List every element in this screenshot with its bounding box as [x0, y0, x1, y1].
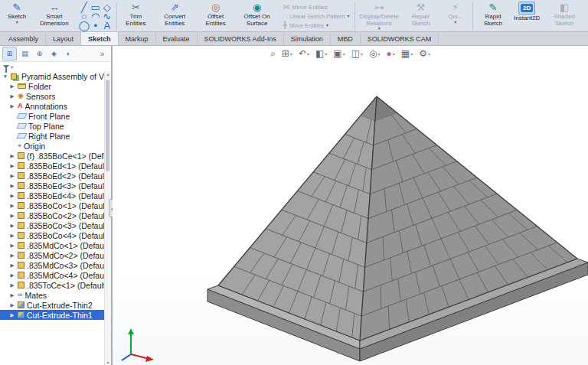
convert-entities-button[interactable]: ⇗Convert Entities — [154, 1, 195, 31]
tab-solidworks-add-ins[interactable]: SOLIDWORKS Add-Ins — [198, 32, 284, 45]
dropdown-arrow-icon[interactable]: ▾ — [454, 20, 456, 24]
tree-item-835boed-1-default-de[interactable]: ▶.835BoEd<1> (Default) <<De — [0, 161, 105, 171]
polygon-tool-button[interactable]: ◇ — [102, 3, 113, 11]
panel-flyout-icon[interactable]: » — [96, 47, 109, 60]
line-tool-button[interactable]: ╱ — [79, 3, 90, 11]
tree-item-cut-extrude-thin2[interactable]: ▶Cut-Extrude-Thin2 — [0, 300, 105, 310]
tree-item-top-plane[interactable]: Top Plane — [0, 121, 105, 131]
dropdown-arrow-icon[interactable]: ▾ — [378, 51, 381, 57]
tree-item-folder[interactable]: ▶Folder — [0, 81, 105, 91]
expander-icon[interactable]: ▶ — [9, 262, 15, 269]
zoom-fit-button[interactable]: ⌕ — [269, 48, 277, 59]
tree-item-835boco-4-default-de[interactable]: ▶.835BoCo<4> (Default) <<De — [0, 230, 105, 240]
tree-item-835boco-1-default-de[interactable]: ▶.835BoCo<1> (Default) <<De — [0, 200, 105, 210]
smart-dimension-button[interactable]: ↔Smart Dimension — [33, 1, 76, 31]
filter-dropdown-icon[interactable]: ▾ — [11, 64, 13, 70]
tree-item-right-plane[interactable]: Right Plane — [0, 131, 105, 141]
expander-icon[interactable]: ▶ — [9, 292, 15, 298]
expander-icon[interactable]: ▶ — [9, 302, 15, 308]
view-settings-button[interactable]: ⚙▾ — [417, 48, 432, 59]
dropdown-arrow-icon[interactable]: ▾ — [290, 51, 292, 57]
dropdown-arrow-icon[interactable]: ▾ — [347, 14, 349, 18]
dropdown-arrow-icon[interactable]: ▾ — [15, 20, 18, 24]
expander-icon[interactable]: ▶ — [9, 163, 15, 169]
scroll-up-icon[interactable]: ▲ — [105, 71, 111, 78]
rectangle-tool-button[interactable]: ▭ — [90, 3, 101, 11]
expander-icon[interactable]: ▶ — [9, 233, 15, 239]
dropdown-arrow-icon[interactable]: ▾ — [326, 23, 328, 28]
point-tool-button[interactable]: • — [90, 21, 101, 30]
apply-scene-button[interactable]: ▦▾ — [400, 48, 414, 59]
tree-item-835mdco-4-default-d[interactable]: ▶.835MdCo<4> (Default) <<D — [0, 270, 105, 280]
tree-item-835toce-1-default-de[interactable]: ▶.835ToCe<1> (Default) <<De — [0, 280, 105, 290]
displaymanager-tab-icon[interactable]: ◐ — [62, 47, 75, 60]
expander-icon[interactable]: ▶ — [9, 183, 15, 189]
tab-mbd[interactable]: MBD — [331, 32, 361, 45]
expander-icon[interactable]: ▶ — [9, 83, 15, 90]
tree-item-f-835boce-1-default[interactable]: ▶(f) .835BoCe<1> (Default) << — [0, 151, 105, 161]
offset-entities-button[interactable]: ◎Offset Entities — [197, 1, 234, 31]
expander-icon[interactable]: ▶ — [9, 93, 15, 99]
expander-icon[interactable]: ▶ — [9, 153, 15, 159]
graphics-viewport[interactable]: ⌕⊞▾↶▾◧▾▣▾◫▾◎▾●▾▦▾⚙▾ — [113, 46, 588, 365]
trim-entities-button[interactable]: ✂Trim Entities — [119, 1, 152, 31]
tab-simulation[interactable]: Simulation — [284, 32, 331, 45]
expander-icon[interactable]: ▶ — [9, 282, 15, 288]
tree-item-835mdco-3-default-d[interactable]: ▶.835MdCo<3> (Default) <<D — [0, 260, 105, 270]
configurationmanager-tab-icon[interactable]: ⊕ — [33, 47, 46, 60]
expander-icon[interactable]: ▶ — [9, 213, 15, 219]
tree-item-835boco-2-default-de[interactable]: ▶.835BoCo<2> (Default) <<De — [0, 210, 105, 220]
display-delete-relations-button[interactable]: ⊶Display/Delete Relations▾ — [358, 1, 400, 31]
dropdown-arrow-icon[interactable]: ▾ — [307, 51, 309, 57]
rapid-sketch-button[interactable]: ✎Rapid Sketch — [475, 1, 511, 31]
dropdown-arrow-icon[interactable]: ▾ — [393, 51, 395, 57]
tree-item-cut-extrude-thin1[interactable]: ▶Cut-Extrude-Thin1 — [0, 310, 105, 320]
tree-item-annotations[interactable]: ▶AAnnotations — [0, 101, 105, 111]
dropdown-arrow-icon[interactable]: ▾ — [410, 51, 413, 57]
linear-sketch-pattern-button[interactable]: ∷Linear Sketch Pattern▾ — [282, 12, 351, 21]
pyramid-model[interactable] — [113, 46, 588, 365]
tree-item-835boed-3-default-de[interactable]: ▶.835BoEd<3> (Default) <<De — [0, 181, 105, 191]
tree-item-origin[interactable]: ⌖Origin — [0, 141, 105, 151]
tab-assembly[interactable]: Assembly — [2, 32, 46, 45]
filter-icon[interactable] — [3, 65, 9, 69]
expander-icon[interactable]: ▶ — [9, 203, 15, 209]
spline-tool-button[interactable]: ∿ — [102, 12, 113, 21]
propertymanager-tab-icon[interactable]: ▤ — [18, 47, 31, 60]
previous-view-button[interactable]: ↶▾ — [297, 48, 311, 59]
expander-icon[interactable]: ▶ — [9, 243, 15, 249]
scroll-down-icon[interactable]: ▼ — [105, 360, 111, 365]
tree-item-835boed-2-default-de[interactable]: ▶.835BoEd<2> (Default) <<De — [0, 171, 105, 181]
arc-tool-button[interactable]: ◠ — [90, 12, 101, 21]
hide-show-items-button[interactable]: ◎▾ — [368, 48, 382, 59]
expander-icon[interactable]: ▶ — [9, 193, 15, 199]
repair-sketch-button[interactable]: ⚒Repair Sketch — [402, 1, 439, 31]
expander-icon[interactable]: ▶ — [9, 253, 15, 259]
tree-item-sensors[interactable]: ▶◉Sensors — [0, 91, 105, 101]
tree-item-mates[interactable]: ▶∞Mates — [0, 290, 105, 300]
tab-solidworks-cam[interactable]: SOLIDWORKS CAM — [361, 32, 439, 45]
zoom-area-button[interactable]: ⊞▾ — [280, 48, 294, 59]
tree-item-835mdco-2-default-d[interactable]: ▶.835MdCo<2> (Default) <<D — [0, 250, 105, 260]
dropdown-arrow-icon[interactable]: ▾ — [428, 51, 430, 57]
offset-on-surface-button[interactable]: ◉Offset On Surface — [236, 1, 279, 31]
display-style-button[interactable]: ◫▾ — [350, 48, 364, 59]
tab-layout[interactable]: Layout — [46, 32, 81, 45]
expander-icon[interactable]: ▶ — [9, 103, 15, 109]
text-tool-button[interactable]: A — [102, 21, 113, 30]
expander-icon[interactable]: ▶ — [9, 173, 15, 179]
tab-evaluate[interactable]: Evaluate — [156, 32, 198, 45]
section-view-button[interactable]: ◧▾ — [314, 48, 328, 59]
tree-item-835mdco-1-default-d[interactable]: ▶.835MdCo<1> (Default) <<D — [0, 240, 105, 250]
expander-icon[interactable]: ▶ — [9, 223, 15, 229]
dropdown-arrow-icon[interactable]: ▾ — [343, 51, 345, 57]
mirror-entities-button[interactable]: ⋈Mirror Entities — [282, 3, 351, 11]
tree-item-835boed-4-default-de[interactable]: ▶.835BoEd<4> (Default) <<De — [0, 191, 105, 200]
qui-button[interactable]: ⚡Qui...▾ — [441, 1, 470, 31]
dimxpertmanager-tab-icon[interactable]: ◈ — [47, 47, 60, 60]
circle-tool-button[interactable]: ○ — [79, 12, 90, 21]
tree-scrollbar[interactable]: ▲ ▼ — [104, 71, 111, 365]
dropdown-arrow-icon[interactable]: ▾ — [378, 26, 381, 31]
tree-item-front-plane[interactable]: Front Plane — [0, 111, 105, 121]
edit-appearance-button[interactable]: ●▾ — [385, 48, 397, 59]
